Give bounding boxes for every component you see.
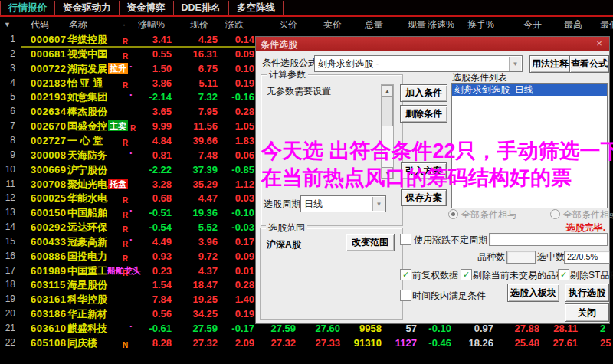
time-range-label: 时间段内满足条件	[412, 290, 486, 303]
forward-adjust-checkbox[interactable]: ✓	[400, 269, 411, 280]
column-header-15[interactable]: 最低	[600, 19, 613, 31]
row-number: 7	[2, 119, 15, 133]
save-plan-button[interactable]: 保存方案	[401, 189, 447, 206]
stock-name: 棒杰股份	[67, 104, 129, 119]
column-header-8[interactable]: 卖价	[303, 19, 342, 31]
column-header-7[interactable]: 买价	[259, 19, 297, 31]
close-icon[interactable]: ×	[593, 38, 605, 49]
stock-name: 国投电力	[67, 249, 129, 264]
exclude-st-checkbox[interactable]: ✓	[558, 269, 569, 280]
pct-change: -2.14	[129, 90, 172, 104]
stock-code: 002634	[31, 104, 70, 119]
column-header-11[interactable]: 涨速%	[420, 19, 454, 31]
change-range-button[interactable]: 改变范围	[346, 234, 395, 251]
minimize-icon[interactable]: —	[579, 38, 591, 49]
radio-all-and[interactable]	[448, 209, 458, 219]
stock-name: 海星股份	[67, 277, 129, 292]
pct-change: 0.81	[129, 148, 172, 162]
stock-name: 如意集团	[67, 90, 129, 104]
dialog-titlebar[interactable]: 条件选股 — ×	[256, 37, 609, 51]
menu-tab-5[interactable]: 多空阵线	[228, 1, 284, 15]
progress-field	[489, 233, 608, 246]
stock-code: 600025	[31, 191, 70, 205]
pct-change: 1.54	[129, 277, 172, 292]
sort-arrow-icon[interactable]: ▼	[4, 21, 11, 28]
stock-code: 300008	[31, 148, 70, 162]
pct-change: 9.99	[129, 119, 172, 133]
menu-tab-2[interactable]: 资金驱动力	[54, 1, 119, 15]
menu-tab-1[interactable]: 行情报价	[0, 1, 54, 15]
column-header-5[interactable]: 现价	[169, 19, 208, 31]
usage-notes-button[interactable]: 用法注释	[529, 55, 571, 73]
add-condition-button[interactable]: 加入条件	[400, 84, 447, 102]
stock-code: 603610	[31, 321, 70, 336]
exclude-untraded-checkbox[interactable]: ✓	[461, 269, 472, 280]
chevron-down-icon[interactable]: ▼	[372, 197, 385, 211]
value-cell: 25.48	[498, 336, 539, 350]
chevron-down-icon[interactable]: ▼	[509, 57, 521, 71]
stock-name: 科华控股	[67, 292, 129, 307]
stock-code: 605108	[31, 336, 70, 350]
row-number: 3	[2, 61, 15, 76]
stock-name: 华媒控股	[67, 32, 129, 47]
column-header-2[interactable]: 名称	[69, 19, 115, 31]
period-combobox[interactable]: 日线 ▼	[300, 195, 386, 212]
column-header-1[interactable]: 代码	[31, 19, 69, 31]
current-price: 11.56	[175, 119, 218, 133]
column-header-14[interactable]: 最高	[543, 19, 582, 31]
price-change: -0.17	[215, 321, 254, 336]
time-range-checkbox[interactable]	[400, 290, 411, 301]
current-price: 19.36	[175, 205, 218, 220]
stock-tag: 拉升	[108, 63, 128, 74]
menu-tab-3[interactable]: 资金博弈	[119, 1, 173, 15]
column-header-13[interactable]: 今开	[502, 19, 542, 31]
execute-pick-button[interactable]: 执行选股	[565, 284, 609, 302]
stock-code: 300669	[31, 162, 70, 177]
pct-change: 7.84	[129, 292, 172, 307]
stock-name: 视觉中国	[67, 47, 129, 61]
current-price: 4.25	[175, 32, 218, 47]
column-header-6[interactable]: 涨跌	[205, 19, 244, 31]
pct-change: 1.50	[129, 61, 172, 76]
delete-condition-button[interactable]: 删除条件	[400, 105, 447, 123]
dialog-title: 条件选股	[261, 38, 297, 51]
value-cell: 27.61	[536, 336, 578, 350]
current-price: 19.25	[175, 292, 218, 307]
view-formula-button[interactable]: 查看公式	[569, 55, 609, 73]
menu-tab-4[interactable]: DDE排名	[173, 1, 228, 15]
stock-code: 300708	[31, 177, 70, 192]
range-group-label: 选股范围	[266, 222, 307, 233]
formula-combobox[interactable]: 刻舟求剑选股 - ▼	[314, 55, 523, 72]
selected-count-value: 22/0.5%	[564, 251, 610, 264]
stock-name: 华能水电	[67, 191, 129, 205]
current-price: 7.48	[175, 148, 218, 162]
column-header-4[interactable]: 涨幅%	[123, 19, 165, 31]
row-number: 20	[2, 307, 15, 321]
price-change: 0.09	[215, 47, 254, 61]
formula-combobox-value: 刻舟求剑选股 -	[318, 57, 379, 71]
table-row[interactable]: 22605108同庆楼N8.2827.322.0927.3227.3391310…	[0, 336, 613, 350]
pct-change: 0.93	[129, 249, 172, 264]
period-label: 选股周期:	[264, 198, 303, 210]
stock-name: 同庆楼	[67, 336, 129, 350]
selected-count-label: 选中数	[537, 251, 565, 263]
scroll-up-icon[interactable]: ▲	[382, 85, 393, 97]
price-change: 0.17	[215, 234, 254, 249]
stock-code: 600292	[31, 220, 70, 234]
close-button[interactable]: 关闭	[565, 303, 609, 322]
radio-all-or[interactable]	[550, 209, 560, 219]
current-price: 7.32	[175, 90, 218, 104]
radio-all-or-label: 全部条件相或	[563, 208, 613, 221]
column-header-12[interactable]: 换手%	[460, 19, 494, 31]
condition-list-selected-item[interactable]: 刻舟求剑选股 日线	[452, 84, 607, 96]
column-header-9[interactable]: 总量	[340, 19, 383, 31]
price-change: 2.09	[215, 336, 254, 350]
pick-to-board-button[interactable]: 选股入板块	[507, 284, 559, 302]
value-cell: 27.32	[257, 336, 296, 350]
calc-params-group-label: 计算参数	[267, 69, 308, 80]
stock-code: 603186	[31, 307, 70, 321]
price-change: 0.03	[215, 191, 254, 205]
scrollbar-thumb[interactable]	[382, 96, 393, 126]
row-number: 5	[2, 90, 15, 104]
variable-period-checkbox[interactable]	[400, 234, 411, 245]
